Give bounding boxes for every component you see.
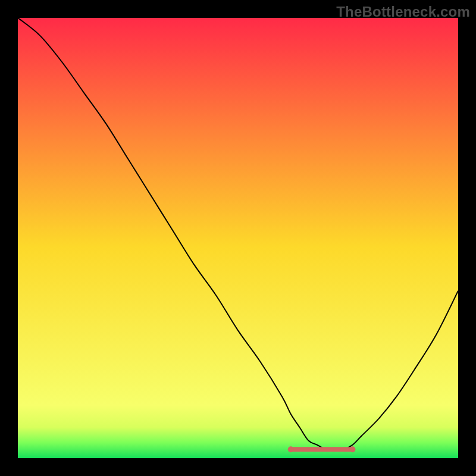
svg-point-2 — [349, 446, 355, 452]
plot-background — [18, 18, 458, 458]
chart-stage: TheBottleneck.com — [0, 0, 476, 476]
svg-point-1 — [288, 446, 294, 452]
watermark-text: TheBottleneck.com — [336, 4, 470, 20]
flat-bottom-marker — [288, 446, 356, 452]
chart-canvas — [18, 18, 458, 458]
